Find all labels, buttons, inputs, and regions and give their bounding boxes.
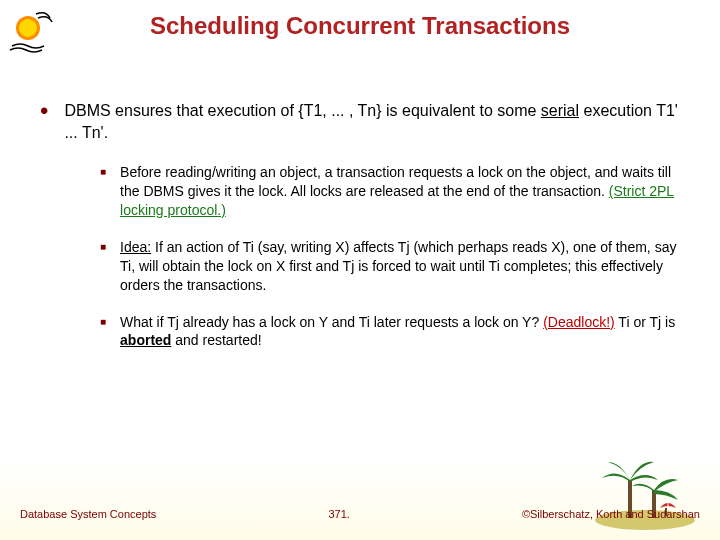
sub-bullet-list: ■ Before reading/writing an object, a tr… bbox=[40, 163, 680, 350]
slide-footer: Database System Concepts 371. ©Silbersch… bbox=[0, 508, 720, 520]
footer-copyright: ©Silberschatz, Korth and Sudarshan bbox=[522, 508, 700, 520]
footer-page-number: 371. bbox=[328, 508, 349, 520]
square-bullet-icon: ■ bbox=[100, 313, 106, 351]
slide-title: Scheduling Concurrent Transactions bbox=[0, 0, 720, 40]
sub-bullet-text: Before reading/writing an object, a tran… bbox=[120, 163, 680, 220]
square-bullet-icon: ■ bbox=[100, 238, 106, 295]
slide-content: • DBMS ensures that execution of {T1, ..… bbox=[0, 40, 720, 350]
sub-bullet-item: ■ What if Tj already has a lock on Y and… bbox=[100, 313, 680, 351]
sub-bullet-item: ■ Before reading/writing an object, a tr… bbox=[100, 163, 680, 220]
sub-bullet-item: ■ Idea: If an action of Ti (say, writing… bbox=[100, 238, 680, 295]
square-bullet-icon: ■ bbox=[100, 163, 106, 220]
svg-point-1 bbox=[19, 19, 37, 37]
sub-bullet-text: Idea: If an action of Ti (say, writing X… bbox=[120, 238, 680, 295]
sun-icon bbox=[8, 8, 56, 56]
footer-left: Database System Concepts bbox=[20, 508, 156, 520]
sub-bullet-text: What if Tj already has a lock on Y and T… bbox=[120, 313, 680, 351]
bullet-icon: • bbox=[40, 100, 48, 143]
main-bullet-item: • DBMS ensures that execution of {T1, ..… bbox=[40, 100, 680, 143]
main-bullet-text: DBMS ensures that execution of {T1, ... … bbox=[64, 100, 680, 143]
